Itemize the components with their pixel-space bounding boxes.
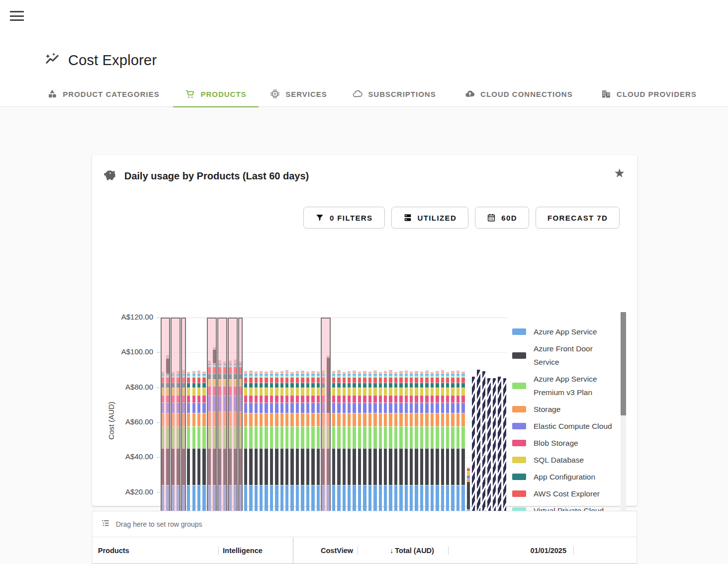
legend-item[interactable]: Azure App Service Premium v3 Plan: [512, 372, 618, 399]
forecast-bar-mar-3[interactable]: [477, 370, 480, 527]
stacked-bar-jan-19[interactable]: [255, 371, 258, 527]
stacked-bar-jan-27[interactable]: [296, 371, 299, 527]
bar-segment: [244, 383, 247, 388]
forecast-button[interactable]: FORECAST 7D: [536, 207, 620, 229]
legend-item[interactable]: AWS Cost Explorer: [512, 487, 618, 500]
stacked-bar-feb-26[interactable]: [451, 371, 454, 527]
tab-product-categories[interactable]: PRODUCT CATEGORIES: [34, 81, 173, 107]
stacked-bar-jan-29[interactable]: [306, 371, 309, 527]
stacked-bar-jan-17[interactable]: [244, 371, 247, 527]
stacked-bar-feb-27[interactable]: [456, 370, 459, 527]
forecast-bar-mar-4[interactable]: [482, 371, 485, 527]
stacked-bar-feb-5[interactable]: [343, 372, 346, 527]
tab-products[interactable]: PRODUCTS: [173, 81, 259, 107]
stacked-bar-jan-26[interactable]: [290, 372, 293, 527]
stacked-bar-feb-4[interactable]: [337, 370, 340, 527]
stacked-bar-feb-17[interactable]: [405, 370, 408, 527]
stacked-bar-jan-8[interactable]: [197, 370, 200, 527]
legend-item[interactable]: Storage: [512, 403, 618, 416]
stacked-bar-feb-22[interactable]: [431, 372, 434, 527]
stacked-bar-jan-18[interactable]: [249, 370, 252, 527]
column-header-costview[interactable]: CostView: [321, 538, 353, 564]
highlight-band[interactable]: [217, 318, 227, 527]
bar-segment: [405, 403, 408, 413]
highlight-band[interactable]: [238, 318, 243, 527]
tab-cloud-connections[interactable]: CLOUD CONNECTIONS: [450, 81, 588, 107]
star-icon[interactable]: ★: [614, 167, 625, 179]
highlight-band[interactable]: [171, 318, 181, 527]
bar-segment: [332, 395, 335, 403]
tab-cloud-providers[interactable]: CLOUD PROVIDERS: [588, 81, 710, 107]
forecast-bar-mar-8[interactable]: [503, 378, 506, 527]
column-header-01-01-2025[interactable]: 01/01/2025: [530, 538, 566, 564]
stacked-bar-feb-14[interactable]: [389, 370, 392, 527]
forecast-bar-mar-2[interactable]: [472, 377, 475, 527]
stacked-bar-feb-24[interactable]: [441, 370, 444, 527]
highlight-band[interactable]: [181, 318, 185, 527]
stacked-bar-jan-23[interactable]: [275, 372, 278, 527]
forecast-bar-mar-6[interactable]: [493, 378, 496, 527]
stacked-bar-feb-8[interactable]: [358, 371, 361, 527]
stacked-bar-feb-28[interactable]: [461, 371, 464, 527]
stacked-bar-feb-15[interactable]: [394, 372, 397, 527]
bar-segment: [425, 383, 428, 388]
bar-segment: [332, 403, 335, 413]
stacked-bar-jan-25[interactable]: [285, 370, 288, 527]
stacked-bar-feb-13[interactable]: [384, 371, 387, 527]
utilized-button[interactable]: UTILIZED: [391, 207, 469, 229]
stacked-bar-jan-22[interactable]: [270, 370, 273, 527]
stacked-bar-feb-6[interactable]: [348, 371, 351, 527]
stacked-bar-feb-19[interactable]: [415, 371, 418, 527]
stacked-bar-feb-11[interactable]: [373, 370, 376, 527]
bar-segment: [410, 403, 413, 413]
bar-segment: [389, 448, 392, 485]
row-group-drop-zone[interactable]: Drag here to set row groups: [92, 511, 637, 537]
stacked-bar-jan-31[interactable]: [317, 371, 320, 527]
column-header-intelligence[interactable]: Intelligence: [223, 538, 263, 564]
highlight-band[interactable]: [207, 318, 217, 527]
tab-label: CLOUD CONNECTIONS: [480, 90, 572, 98]
tab-tags[interactable]: [710, 81, 728, 107]
stacked-bar-jan-21[interactable]: [265, 371, 268, 527]
stacked-bar-feb-9[interactable]: [363, 371, 366, 527]
stacked-bar-feb-18[interactable]: [410, 371, 413, 527]
bar-segment: [265, 388, 268, 395]
highlight-band[interactable]: [228, 318, 238, 527]
stacked-bar-feb-7[interactable]: [353, 370, 356, 527]
legend-item[interactable]: Azure App Service: [512, 325, 618, 338]
stacked-bar-feb-16[interactable]: [399, 371, 402, 527]
stacked-bar-jan-30[interactable]: [311, 371, 314, 527]
stacked-bar-feb-20[interactable]: [420, 371, 423, 527]
stacked-bar-jan-6[interactable]: [187, 372, 190, 527]
legend-item[interactable]: Elastic Compute Cloud: [512, 419, 618, 433]
stacked-bar-feb-3[interactable]: [332, 371, 335, 527]
legend-item[interactable]: Blob Storage: [512, 436, 618, 450]
legend-item[interactable]: App Configuration: [512, 470, 618, 483]
piggy-bank-icon: [103, 168, 117, 184]
stacked-bar-jan-28[interactable]: [301, 370, 304, 527]
stacked-bar-jan-9[interactable]: [202, 371, 205, 527]
stacked-bar-feb-25[interactable]: [446, 372, 449, 527]
forecast-bar-mar-7[interactable]: [498, 377, 501, 527]
column-header-products[interactable]: Products: [98, 538, 129, 564]
stacked-bar-jan-24[interactable]: [280, 371, 283, 527]
stacked-bar-feb-12[interactable]: [379, 372, 382, 527]
menu-icon[interactable]: [10, 11, 24, 22]
stacked-bar-jan-7[interactable]: [192, 371, 195, 527]
tab-subscriptions[interactable]: SUBSCRIPTIONS: [339, 81, 450, 107]
range-button[interactable]: 60D: [475, 207, 529, 229]
stacked-bar-feb-10[interactable]: [368, 371, 371, 527]
stacked-bar-feb-23[interactable]: [436, 371, 439, 527]
stacked-bar-feb-21[interactable]: [425, 370, 428, 527]
bar-segment: [255, 388, 258, 395]
stacked-bar-jan-20[interactable]: [260, 371, 263, 527]
highlight-band[interactable]: [321, 318, 331, 527]
filters-button[interactable]: 0 FILTERS: [303, 207, 385, 229]
tab-services[interactable]: SERVICES: [259, 81, 339, 107]
legend-scrollbar-thumb[interactable]: [621, 312, 626, 415]
column-header-total-aud-[interactable]: ↓Total (AUD): [390, 538, 434, 564]
forecast-bar-mar-5[interactable]: [487, 378, 490, 527]
highlight-band[interactable]: [161, 318, 171, 527]
legend-item[interactable]: SQL Database: [512, 453, 618, 467]
legend-item[interactable]: Azure Front Door Service: [512, 342, 618, 369]
